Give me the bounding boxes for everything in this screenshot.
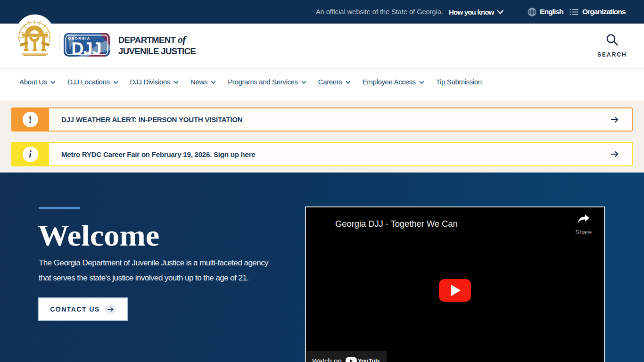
- svg-text:DJJ: DJJ: [71, 39, 101, 57]
- svg-text:YouTube: YouTube: [358, 358, 380, 362]
